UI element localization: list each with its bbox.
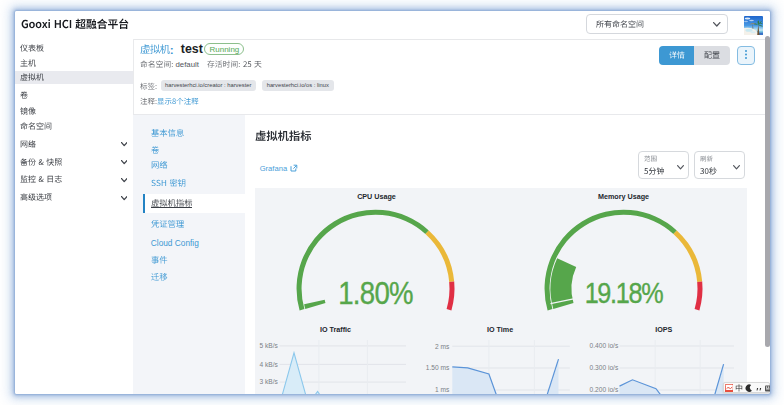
svg-text:0.300 io/s: 0.300 io/s: [589, 364, 618, 371]
svg-text:IO Traffic: IO Traffic: [319, 325, 350, 334]
svg-text:CPU Usage: CPU Usage: [357, 191, 396, 200]
svg-text:Memory Usage: Memory Usage: [597, 191, 648, 200]
svg-text:1.80%: 1.80%: [338, 275, 413, 310]
svg-text:1.50 ms: 1.50 ms: [425, 364, 449, 371]
svg-text:0.400 io/s: 0.400 io/s: [589, 342, 618, 349]
svg-text:3 kB/s: 3 kB/s: [259, 378, 278, 385]
svg-text:0.200 io/s: 0.200 io/s: [589, 386, 618, 393]
svg-text:2 ms: 2 ms: [435, 342, 450, 349]
svg-text:IOPS: IOPS: [655, 325, 672, 334]
svg-text:19.18%: 19.18%: [584, 276, 663, 309]
svg-text:IO Time: IO Time: [486, 325, 512, 334]
svg-text:4 kB/s: 4 kB/s: [259, 360, 278, 367]
svg-text:5 kB/s: 5 kB/s: [259, 342, 278, 349]
svg-text:1 ms: 1 ms: [435, 386, 450, 393]
